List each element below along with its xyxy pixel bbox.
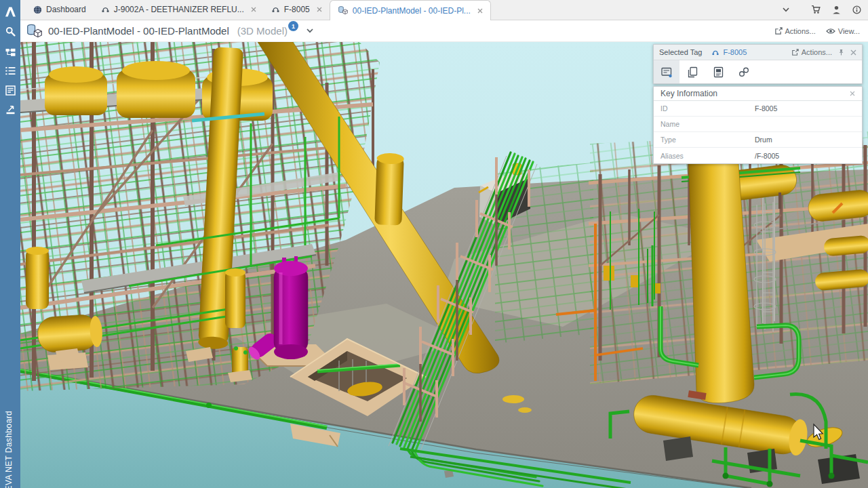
app-window: AVEVA NET Dashboard Dashboard J-9002A - … bbox=[0, 0, 868, 488]
tab-label: 00-IED-PlantModel - 00-IED-Pl... bbox=[353, 6, 471, 16]
tab-close-icon[interactable] bbox=[251, 7, 256, 12]
key-info-row: Name bbox=[654, 117, 862, 132]
tab-label: F-8005 bbox=[284, 5, 310, 14]
panel-actions-button[interactable]: Actions... bbox=[791, 48, 832, 56]
tab-dashboard[interactable]: Dashboard bbox=[26, 0, 94, 20]
pin-icon[interactable] bbox=[838, 49, 844, 56]
tag-link[interactable]: F-8005 bbox=[723, 48, 747, 56]
asset-hierarchy-icon[interactable] bbox=[0, 41, 20, 61]
key-info-row: Type Drum bbox=[654, 132, 862, 148]
datasheet-tool[interactable] bbox=[705, 60, 731, 83]
key-information-panel: Key Information ID F-8005 Name Type Drum… bbox=[653, 86, 863, 164]
tag-icon bbox=[271, 5, 280, 14]
tag-icon bbox=[711, 49, 719, 56]
selected-tag-toolbar bbox=[654, 60, 862, 83]
selected-tag-panel: Selected Tag F-8005 Actions... bbox=[653, 44, 863, 84]
tab-close-icon[interactable] bbox=[317, 7, 322, 12]
documents-tool[interactable] bbox=[679, 60, 705, 83]
details-tool[interactable] bbox=[654, 60, 679, 83]
links-tool[interactable] bbox=[731, 60, 757, 83]
info-icon[interactable] bbox=[846, 0, 867, 20]
count-badge: 1 bbox=[288, 21, 298, 31]
aveva-logo-icon[interactable] bbox=[0, 2, 20, 22]
search-icon[interactable] bbox=[0, 22, 20, 41]
tabbar-right-controls bbox=[776, 0, 868, 20]
tab-overflow-chevron-icon[interactable] bbox=[776, 0, 796, 20]
list-icon[interactable] bbox=[0, 61, 20, 81]
tab-close-icon[interactable] bbox=[477, 8, 483, 14]
key-information-close-icon[interactable] bbox=[850, 91, 855, 96]
actions-button[interactable]: Actions... bbox=[774, 27, 816, 35]
report-icon[interactable] bbox=[0, 81, 20, 100]
key-info-row: Aliases /F-8005 bbox=[654, 148, 862, 163]
3d-model-icon bbox=[338, 5, 349, 16]
app-sidebar: AVEVA NET Dashboard bbox=[0, 0, 20, 488]
tab-plantmodel-active[interactable]: 00-IED-PlantModel - 00-IED-Pl... bbox=[330, 0, 491, 20]
user-icon[interactable] bbox=[826, 0, 846, 20]
key-info-row: ID F-8005 bbox=[654, 101, 862, 117]
tab-label: Dashboard bbox=[46, 5, 86, 14]
cart-icon[interactable] bbox=[806, 0, 826, 20]
actions-icon bbox=[791, 49, 799, 56]
tag-icon bbox=[101, 5, 110, 14]
eye-icon bbox=[826, 28, 835, 35]
globe-icon bbox=[33, 5, 42, 14]
selected-tag-panel-header[interactable]: Selected Tag F-8005 Actions... bbox=[654, 45, 862, 60]
3d-viewport[interactable]: Selected Tag F-8005 Actions... bbox=[20, 42, 868, 488]
title-bar: 00-IED-PlantModel - 00-IED-PlantModel (3… bbox=[20, 20, 868, 42]
panel-close-icon[interactable] bbox=[850, 49, 856, 56]
page-subtitle: (3D Model) bbox=[237, 25, 288, 37]
title-chevron-down-icon[interactable] bbox=[307, 28, 313, 33]
tab-bar: Dashboard J-9002A - DEETHANIZER REFLU...… bbox=[20, 0, 868, 20]
panel-title: Selected Tag bbox=[659, 48, 702, 56]
tab-label: J-9002A - DEETHANIZER REFLU... bbox=[114, 5, 244, 14]
3d-model-icon bbox=[26, 23, 43, 39]
view-button[interactable]: View... bbox=[826, 27, 860, 35]
actions-icon bbox=[774, 27, 783, 35]
sidebar-footer-text: AVEVA NET Dashboard bbox=[4, 411, 14, 488]
export-icon[interactable] bbox=[0, 100, 20, 120]
key-information-title: Key Information bbox=[660, 89, 717, 98]
tab-f8005[interactable]: F-8005 bbox=[264, 0, 330, 20]
page-title: 00-IED-PlantModel - 00-IED-PlantModel bbox=[48, 25, 229, 37]
tab-j9002a[interactable]: J-9002A - DEETHANIZER REFLU... bbox=[94, 0, 264, 20]
